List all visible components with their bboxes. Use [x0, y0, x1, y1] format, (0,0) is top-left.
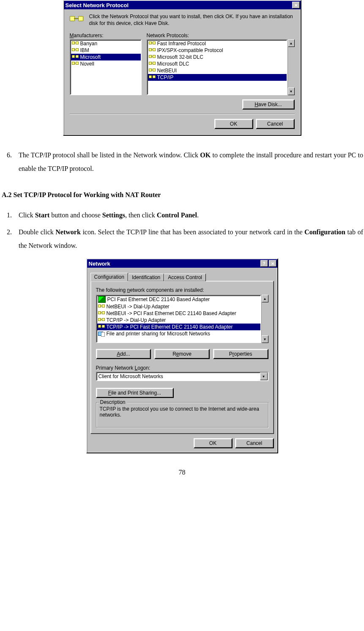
protocol-icon [149, 74, 156, 80]
network-dialog: Network ? ✕ ConfigurationIdentificationA… [86, 258, 278, 453]
list-item[interactable]: TCP/IP -> PCI Fast Ethernet DEC 21140 Ba… [97, 324, 260, 330]
protocol-icon [149, 61, 156, 67]
close-icon[interactable]: ✕ [292, 2, 300, 8]
protocol-icon [98, 317, 105, 323]
protocol-icon [98, 310, 105, 316]
components-list[interactable]: PCI Fast Ethernet DEC 21140 Based Adapte… [96, 295, 261, 343]
configuration-panel: The following network components are ins… [90, 281, 274, 434]
list-item[interactable]: Banyan [71, 40, 141, 47]
ok-button[interactable]: OK [214, 119, 253, 129]
cancel-button[interactable]: Cancel [256, 119, 295, 129]
scroll-up-icon[interactable]: ▲ [288, 39, 295, 47]
file-print-sharing-button[interactable]: File and Print Sharing... [96, 388, 174, 398]
select-protocol-dialog: Select Network Protocol ✕ Click the Netw… [63, 0, 301, 136]
scrollbar[interactable]: ▲ ▼ [287, 39, 295, 95]
description-group: Description TCP/IP is the protocol you u… [96, 402, 268, 428]
list-item[interactable]: PCI Fast Ethernet DEC 21140 Based Adapte… [97, 296, 260, 303]
protocols-list[interactable]: Fast Infrared ProtocolIPX/SPX-compatible… [147, 39, 287, 95]
titlebar: Network ? ✕ [87, 259, 277, 268]
protocol-icon [149, 54, 156, 60]
share-icon [98, 331, 105, 337]
list-item[interactable]: Microsoft DLC [148, 60, 287, 67]
protocols-label: Network Protocols: [147, 33, 295, 38]
list-item[interactable]: Microsoft [71, 54, 141, 60]
protocol-icon [72, 54, 79, 60]
list-item[interactable]: Microsoft 32-bit DLC [148, 54, 287, 60]
scrollbar[interactable]: ▲ ▼ [261, 295, 268, 343]
manufacturers-label: Manufacturers: [70, 33, 142, 38]
protocol-icon [149, 68, 156, 74]
dialog-instruction: Click the Network Protocol that you want… [89, 14, 295, 27]
logon-combo[interactable]: Client for Microsoft Networks ▼ [96, 372, 268, 381]
page-number: 78 [0, 469, 364, 476]
list-item[interactable]: NetBEUI [148, 67, 287, 74]
network-icon [70, 14, 83, 25]
step-6: 6. The TCP/IP protocol shall be listed i… [1, 148, 363, 176]
list-item[interactable]: Novell [71, 60, 141, 67]
chevron-down-icon[interactable]: ▼ [260, 373, 268, 380]
adapter-icon [98, 296, 106, 303]
help-icon[interactable]: ? [260, 260, 268, 267]
scroll-down-icon[interactable]: ▼ [288, 88, 295, 95]
tab-access-control[interactable]: Access Control [164, 274, 206, 281]
ok-button[interactable]: OK [194, 438, 233, 448]
dialog-title: Select Network Protocol [66, 2, 129, 8]
properties-button[interactable]: Properties [213, 349, 268, 359]
list-item[interactable]: TCP/IP -> Dial-Up Adapter [97, 317, 260, 324]
scroll-up-icon[interactable]: ▲ [262, 295, 268, 302]
manufacturers-list[interactable]: BanyanIBMMicrosoftNovell [70, 39, 142, 95]
close-icon[interactable]: ✕ [269, 260, 276, 267]
step-2: 2. Double click Network icon. Select the… [1, 225, 363, 252]
tab-bar: ConfigurationIdentificationAccess Contro… [90, 273, 274, 281]
remove-button[interactable]: Remove [154, 349, 210, 359]
tab-identification[interactable]: Identification [128, 274, 164, 281]
have-disk-button[interactable]: Have Disk... [242, 99, 295, 110]
cancel-button[interactable]: Cancel [235, 438, 274, 448]
list-item[interactable]: NetBEUI -> Dial-Up Adapter [97, 303, 260, 310]
list-item[interactable]: IBM [71, 47, 141, 54]
section-heading: A.2 Set TCP/IP Protocol for Working with… [2, 188, 362, 202]
dialog-title: Network [89, 261, 110, 267]
list-item[interactable]: TCP/IP [148, 74, 287, 81]
scroll-down-icon[interactable]: ▼ [262, 335, 268, 343]
tab-configuration[interactable]: Configuration [90, 273, 128, 281]
components-label: The following network components are ins… [96, 287, 268, 293]
list-item[interactable]: NetBEUI -> PCI Fast Ethernet DEC 21140 B… [97, 310, 260, 317]
protocol-icon [98, 324, 105, 330]
protocol-icon [98, 304, 105, 310]
protocol-icon [72, 41, 79, 47]
protocol-icon [72, 47, 79, 53]
protocol-icon [149, 41, 156, 47]
add-button[interactable]: Add... [96, 349, 151, 359]
list-item[interactable]: File and printer sharing for Microsoft N… [97, 330, 260, 337]
list-item[interactable]: Fast Infrared Protocol [148, 40, 287, 47]
titlebar: Select Network Protocol ✕ [64, 1, 301, 9]
step-1: 1. Click Start button and choose Setting… [1, 209, 363, 222]
logon-label: Primary Network Logon: [96, 365, 268, 371]
protocol-icon [72, 61, 79, 67]
list-item[interactable]: IPX/SPX-compatible Protocol [148, 47, 287, 54]
protocol-icon [149, 47, 156, 53]
description-text: TCP/IP is the protocol you use to connec… [100, 406, 265, 424]
description-label: Description [99, 399, 127, 405]
